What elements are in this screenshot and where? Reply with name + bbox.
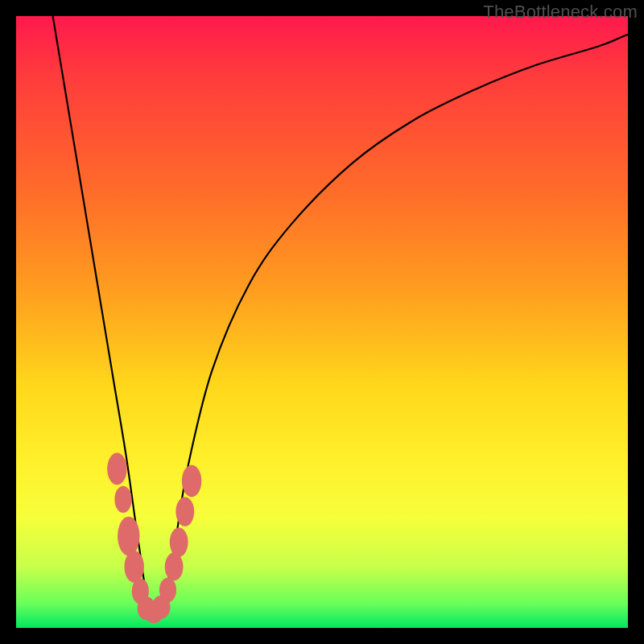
bead xyxy=(125,551,144,583)
plot-area xyxy=(16,16,628,628)
bead xyxy=(159,578,176,602)
bead xyxy=(175,497,194,526)
chart-frame: TheBottleneck.com xyxy=(0,0,644,644)
bead xyxy=(107,453,126,485)
bead xyxy=(165,553,184,581)
watermark-text: TheBottleneck.com xyxy=(483,2,638,23)
bead xyxy=(118,517,139,556)
bead xyxy=(170,527,188,556)
bottleneck-curve xyxy=(53,16,628,620)
bead xyxy=(114,486,131,513)
curve-layer xyxy=(16,16,628,628)
bead xyxy=(182,465,201,497)
bead-cluster xyxy=(107,453,201,623)
